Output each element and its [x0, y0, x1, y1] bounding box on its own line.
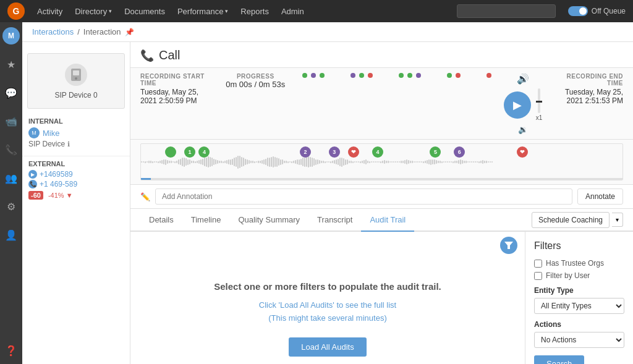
- sidebar-icon-help[interactable]: ❓: [2, 342, 20, 359]
- filter-by-user-checkbox[interactable]: [534, 272, 542, 280]
- search-input[interactable]: [457, 4, 556, 18]
- speed-slider[interactable]: [538, 88, 540, 113]
- queue-toggle[interactable]: Off Queue: [568, 6, 626, 16]
- marker-4: 4: [372, 146, 383, 158]
- pencil-icon: ✏️: [140, 192, 150, 201]
- call-title: Call: [159, 48, 180, 62]
- tabs-bar: Details Timeline Quality Summary Transcr…: [130, 209, 633, 232]
- dot-1: [302, 73, 307, 78]
- play-button[interactable]: ▶: [504, 91, 531, 119]
- call-details-panel: SIP Device 0 INTERNAL M Mike SIP Device …: [22, 42, 130, 364]
- nav-activity[interactable]: Activity: [37, 7, 62, 16]
- dot-11: [416, 73, 421, 78]
- internal-section: INTERNAL M Mike SIP Device ℹ: [22, 114, 130, 152]
- toggle-switch[interactable]: [568, 6, 588, 16]
- progress-label: PROGRESS: [221, 73, 290, 80]
- progress-value: 0m 00s / 0m 53s: [221, 80, 290, 89]
- svg-marker-4: [504, 242, 513, 249]
- annotate-button[interactable]: Annotate: [577, 188, 623, 205]
- has-trustee-orgs-checkbox[interactable]: [534, 260, 542, 268]
- nav-reports[interactable]: Reports: [240, 7, 269, 16]
- tab-transcript[interactable]: Transcript: [308, 209, 361, 232]
- breadcrumb-interaction: Interaction: [83, 27, 121, 36]
- sidebar-icon-settings[interactable]: ⚙: [2, 198, 20, 215]
- nav-directory[interactable]: Directory ▾: [75, 7, 112, 16]
- progress-info: PROGRESS 0m 00s / 0m 53s: [221, 73, 290, 89]
- entity-type-select[interactable]: All Entity Types: [534, 298, 624, 314]
- schedule-coaching-button[interactable]: Schedule Coaching: [532, 212, 610, 228]
- sip-device-icon: [64, 62, 88, 87]
- external-section: EXTERNAL ▶ +1469589 📞 +1 469-589 -60 -41…: [22, 156, 130, 203]
- audit-empty-state: Select one or more filters to populate t…: [130, 256, 525, 364]
- nav-documents[interactable]: Documents: [124, 7, 165, 16]
- sidebar-icon-user[interactable]: 👤: [2, 226, 20, 243]
- svg-rect-2: [73, 70, 79, 75]
- marker-red-2: ❤: [517, 146, 528, 158]
- recording-bar: RECORDING START TIME Tuesday, May 25, 20…: [130, 68, 633, 140]
- nav-performance[interactable]: Performance ▾: [177, 7, 228, 16]
- user-avatar[interactable]: M: [2, 27, 20, 44]
- external-label: EXTERNAL: [28, 160, 124, 167]
- recording-start-info: RECORDING START TIME Tuesday, May 25, 20…: [140, 73, 209, 105]
- volume-up-icon[interactable]: 🔊: [517, 73, 529, 85]
- has-trustee-orgs-label: Has Trustee Orgs: [546, 259, 604, 268]
- pct-badge: -41% ▼: [48, 192, 73, 199]
- search-button[interactable]: Search: [534, 355, 584, 364]
- filter-icon-button[interactable]: [500, 237, 517, 254]
- internal-label: INTERNAL: [28, 117, 124, 125]
- tab-quality-summary[interactable]: Quality Summary: [229, 209, 308, 232]
- filter-title: Filters: [534, 240, 624, 252]
- sidebar-icon-star[interactable]: ★: [2, 56, 20, 73]
- agent-avatar: M: [28, 127, 40, 138]
- toggle-label: Off Queue: [592, 7, 626, 15]
- right-panel: 📞 Call RECORDING START TIME Tuesday, May…: [130, 42, 633, 364]
- ext-number2[interactable]: 📞 +1 469-589: [28, 180, 124, 188]
- waveform-filled: [141, 178, 151, 180]
- tab-audit-trail[interactable]: Audit Trail: [361, 209, 414, 232]
- info-icon: ℹ: [67, 140, 70, 148]
- sidebar-icon-video[interactable]: 📹: [2, 112, 20, 130]
- filter-panel: Filters Has Trustee Orgs Filter by User …: [525, 232, 633, 364]
- sip-info: SIP Device ℹ: [28, 140, 124, 148]
- waveform-section[interactable]: 1 4 2 3 ❤ 4 5 6 ❤: [130, 140, 633, 185]
- recording-start-label: RECORDING START TIME: [140, 73, 209, 87]
- dot-7: [368, 73, 373, 78]
- schedule-btn-wrapper: Schedule Coaching ▾: [532, 212, 623, 228]
- breadcrumb-interactions[interactable]: Interactions: [32, 27, 74, 36]
- breadcrumb: Interactions / Interaction 📌: [22, 22, 633, 42]
- sidebar-icon-groups[interactable]: 👥: [2, 169, 20, 187]
- entity-type-label: Entity Type: [534, 286, 624, 295]
- sidebar-icon-phone[interactable]: 📞: [2, 141, 20, 158]
- breadcrumb-separator: /: [77, 27, 80, 36]
- call-phone-icon: 📞: [140, 49, 154, 62]
- volume-down-icon[interactable]: 🔉: [518, 125, 528, 134]
- sidebar-icon-chat[interactable]: 💬: [2, 84, 20, 101]
- schedule-coaching-caret[interactable]: ▾: [612, 213, 623, 227]
- recording-end-label: RECORDING END TIME: [554, 73, 623, 87]
- waveform-dots: [302, 73, 491, 78]
- score-badge: -60: [28, 191, 43, 200]
- annotation-input[interactable]: [155, 188, 572, 205]
- playback-controls: 🔊 ▶ x1 🔉: [504, 73, 543, 134]
- filter-by-user-label: Filter by User: [546, 271, 590, 280]
- dot-6: [359, 73, 364, 78]
- load-audits-button[interactable]: Load All Audits: [289, 337, 366, 357]
- nav-admin[interactable]: Admin: [281, 7, 304, 16]
- actions-label: Actions: [534, 320, 624, 329]
- recording-start-value: Tuesday, May 25, 2021 2:50:59 PM: [140, 88, 209, 105]
- waveform-container[interactable]: 1 4 2 3 ❤ 4 5 6 ❤: [140, 143, 623, 180]
- dot-3: [320, 73, 325, 78]
- breadcrumb-pin-icon: 📌: [125, 28, 134, 36]
- marker-green-1: [165, 146, 176, 158]
- main-content: Select one or more filters to populate t…: [130, 232, 633, 364]
- svg-point-3: [75, 77, 77, 80]
- tab-details[interactable]: Details: [140, 209, 182, 232]
- actions-select[interactable]: No Actions: [534, 332, 624, 348]
- speed-label: x1: [536, 114, 543, 121]
- trend-down-icon: ▼: [66, 192, 73, 199]
- dot-9: [399, 73, 404, 78]
- tab-timeline[interactable]: Timeline: [182, 209, 230, 232]
- ext-number1[interactable]: ▶ +1469589: [28, 170, 124, 179]
- agent-name[interactable]: M Mike: [28, 127, 124, 138]
- waveform-progress: [141, 178, 622, 180]
